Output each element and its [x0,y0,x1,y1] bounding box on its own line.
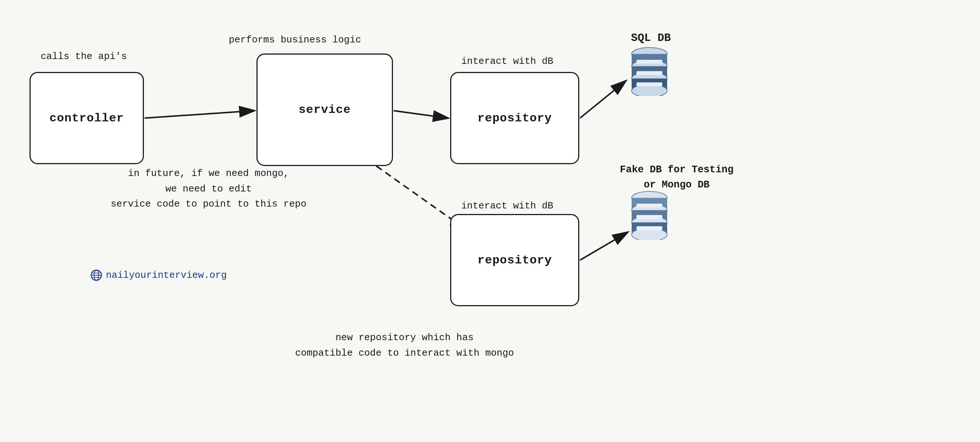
new-repo-label: new repository which hascompatible code … [295,330,514,361]
service-label: service [299,103,350,117]
repository-top-box: repository [450,72,579,164]
repository-bottom-label: repository [477,253,552,267]
controller-label: controller [49,111,124,125]
svg-rect-20 [636,204,662,208]
svg-line-6 [580,232,627,260]
repository-bottom-box: repository [450,214,579,306]
fake-db-label: Fake DB for Testingor Mongo DB [620,162,733,192]
svg-rect-23 [636,215,662,219]
fake-db-icon [625,188,673,242]
business-logic-label: performs business logic [229,33,361,46]
calls-api-label: calls the api's [41,50,127,63]
website-label: nailyourinterview.org [91,269,227,281]
diagram-container: controller service repository repository… [0,0,980,442]
svg-line-4 [580,81,625,118]
svg-rect-10 [636,60,662,64]
svg-rect-16 [636,82,662,86]
interact-db-bottom-label: interact with dB [461,199,554,213]
service-box: service [256,54,393,166]
svg-line-3 [394,111,447,118]
sql-db-label: SQL DB [631,30,671,46]
svg-line-2 [145,111,254,118]
repository-top-label: repository [477,111,552,125]
future-mongo-label: in future, if we need mongo,we need to e… [111,166,307,212]
globe-icon [91,269,102,281]
interact-db-top-label: interact with dB [461,55,554,68]
controller-box: controller [30,72,144,164]
website-url: nailyourinterview.org [106,270,227,281]
svg-rect-13 [636,71,662,75]
svg-rect-26 [636,226,662,230]
sql-db-icon [625,44,673,98]
